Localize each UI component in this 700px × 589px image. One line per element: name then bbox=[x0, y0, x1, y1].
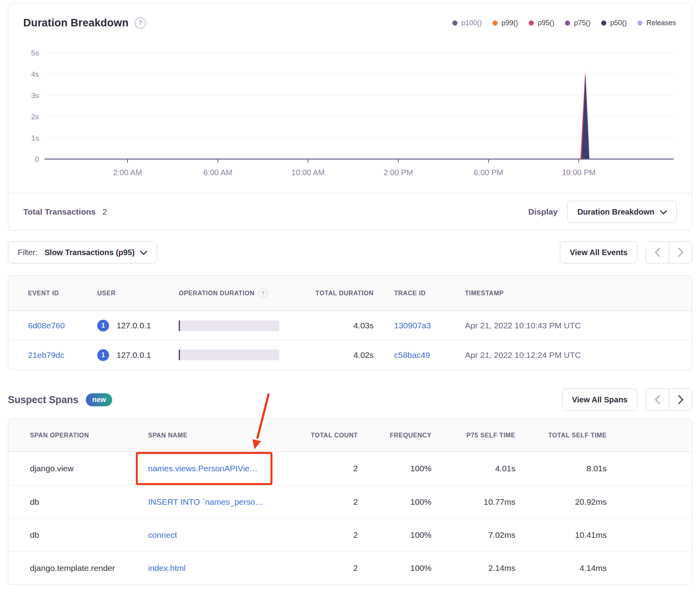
x-axis-tick-label: 2:00 AM bbox=[113, 168, 142, 177]
span-operation-cell: db bbox=[30, 497, 148, 507]
column-header-span-name: SPAN NAME bbox=[148, 432, 302, 439]
events-pager-next-button[interactable] bbox=[669, 242, 692, 263]
event-id-cell: 21eb79dc bbox=[28, 350, 97, 360]
span-row: dbconnect2100%7.02ms10.41ms bbox=[8, 518, 692, 551]
span-row: dbINSERT INTO `names_perso…2100%10.77ms2… bbox=[8, 485, 692, 518]
frequency-cell: 100% bbox=[358, 497, 431, 507]
total-self-time-cell: 20.92ms bbox=[515, 497, 607, 507]
event-id-cell: 6d08e760 bbox=[28, 321, 97, 330]
span-row: django.viewnames.views.PersonAPIVie…2100… bbox=[8, 452, 692, 485]
operation-duration-cell bbox=[179, 350, 303, 360]
events-pager-prev-button[interactable] bbox=[646, 242, 669, 263]
spans-table: SPAN OPERATIONSPAN NAMETOTAL COUNTFREQUE… bbox=[8, 419, 692, 585]
operation-duration-cell bbox=[179, 320, 303, 331]
user-cell: 1127.0.0.1 bbox=[97, 349, 179, 361]
span-row: django.template.renderindex.html2100%2.1… bbox=[8, 551, 692, 584]
legend-dot-icon bbox=[452, 20, 457, 26]
trace-id-link[interactable]: c58bac49 bbox=[394, 350, 430, 360]
total-self-time-cell: 8.01s bbox=[515, 464, 607, 473]
y-axis-tick-label: 2s bbox=[31, 113, 39, 121]
frequency-cell: 100% bbox=[358, 563, 431, 573]
total-transactions-label: Total Transactions bbox=[23, 207, 96, 217]
spans-pager-prev-button[interactable] bbox=[646, 389, 669, 410]
filter-dropdown[interactable]: Filter: Slow Transactions (p95) bbox=[8, 241, 157, 263]
event-id-link[interactable]: 6d08e760 bbox=[28, 321, 65, 330]
chevron-down-icon bbox=[660, 210, 667, 215]
spans-pager-next-button[interactable] bbox=[669, 389, 692, 410]
timestamp-cell: Apr 21, 2022 10:12:24 PM UTC bbox=[465, 350, 676, 360]
duration-breakdown-chart: 01s2s3s4s5s2:00 AM6:00 AM10:00 AM2:00 PM… bbox=[8, 30, 692, 180]
legend-dot-icon bbox=[529, 20, 534, 26]
total-count-cell: 2 bbox=[302, 497, 358, 507]
span-name-cell: INSERT INTO `names_perso… bbox=[148, 497, 302, 507]
span-name-link[interactable]: names.views.PersonAPIVie… bbox=[148, 464, 258, 473]
event-row: 6d08e7601127.0.0.14.03s130907a3Apr 21, 2… bbox=[8, 311, 692, 340]
legend-dot-icon bbox=[565, 20, 570, 26]
span-name-link[interactable]: index.html bbox=[148, 563, 186, 573]
display-select[interactable]: Duration Breakdown bbox=[567, 201, 677, 223]
chevron-left-icon bbox=[655, 395, 660, 404]
spans-table-header: SPAN OPERATIONSPAN NAMETOTAL COUNTFREQUE… bbox=[8, 419, 692, 452]
view-all-events-button[interactable]: View All Events bbox=[560, 241, 637, 263]
event-id-link[interactable]: 21eb79dc bbox=[28, 350, 64, 360]
column-header-frequency: FREQUENCY bbox=[358, 432, 431, 439]
span-name-cell: names.views.PersonAPIVie… bbox=[148, 464, 302, 473]
span-name-link[interactable]: INSERT INTO `names_perso… bbox=[148, 497, 263, 507]
column-header-user: USER bbox=[97, 290, 179, 297]
p75-self-time-cell: 4.01s bbox=[431, 464, 515, 473]
display-label: Display bbox=[528, 207, 558, 217]
filter-value: Slow Transactions (p95) bbox=[44, 248, 135, 257]
total-count-cell: 2 bbox=[302, 530, 358, 540]
span-name-cell: index.html bbox=[148, 563, 302, 573]
spans-table-body: django.viewnames.views.PersonAPIVie…2100… bbox=[8, 452, 692, 584]
spans-pager bbox=[646, 389, 692, 411]
events-pager bbox=[646, 241, 692, 263]
chevron-right-icon bbox=[678, 248, 683, 257]
total-duration-cell: 4.03s bbox=[303, 321, 374, 330]
p75-self-time-cell: 7.02ms bbox=[431, 530, 515, 540]
chart-help-icon[interactable]: ? bbox=[135, 17, 146, 29]
help-icon[interactable]: ? bbox=[258, 289, 268, 298]
x-axis-tick-label: 2:00 PM bbox=[383, 168, 413, 177]
x-axis-tick-label: 10:00 PM bbox=[562, 168, 596, 177]
legend-item-p75[interactable]: p75() bbox=[565, 19, 591, 27]
legend-item-p95[interactable]: p95() bbox=[529, 19, 554, 27]
x-axis-tick-label: 10:00 AM bbox=[291, 168, 325, 177]
events-toolbar: Filter: Slow Transactions (p95) View All… bbox=[8, 241, 692, 263]
chart-header: Duration Breakdown ? p100()p99()p95()p75… bbox=[8, 4, 692, 30]
view-all-spans-button[interactable]: View All Spans bbox=[562, 389, 637, 411]
x-axis-tick-label: 6:00 PM bbox=[474, 168, 503, 177]
span-name-link[interactable]: connect bbox=[148, 530, 177, 540]
display-select-value: Duration Breakdown bbox=[577, 207, 654, 217]
performance-page: Duration Breakdown ? p100()p99()p95()p75… bbox=[0, 0, 700, 589]
legend-item-p100[interactable]: p100() bbox=[452, 19, 482, 27]
legend-label: p95() bbox=[538, 19, 554, 27]
trace-id-link[interactable]: 130907a3 bbox=[394, 321, 431, 330]
user-count-badge: 1 bbox=[97, 320, 109, 332]
events-table-header: EVENT IDUSEROPERATION DURATION?TOTAL DUR… bbox=[8, 276, 692, 311]
user-cell: 1127.0.0.1 bbox=[97, 320, 179, 332]
user-ip: 127.0.0.1 bbox=[117, 350, 151, 360]
legend-item-Releases[interactable]: Releases bbox=[637, 19, 676, 27]
column-header-total-count: TOTAL COUNT bbox=[302, 432, 358, 439]
operation-duration-bar bbox=[179, 320, 279, 331]
trace-id-cell: c58bac49 bbox=[374, 350, 465, 360]
column-header-total-self-time: TOTAL SELF TIME bbox=[515, 432, 607, 439]
column-header-span-operation: SPAN OPERATION bbox=[30, 432, 148, 439]
legend-label: p99() bbox=[502, 19, 518, 27]
total-count-cell: 2 bbox=[302, 563, 358, 573]
y-axis-tick-label: 0 bbox=[35, 155, 39, 163]
span-name-cell: connect bbox=[148, 530, 302, 540]
legend-item-p50[interactable]: p50() bbox=[601, 19, 627, 27]
span-operation-cell: django.template.render bbox=[30, 563, 148, 573]
y-axis-tick-label: 3s bbox=[31, 91, 39, 100]
column-header-timestamp: TIMESTAMP bbox=[465, 290, 676, 297]
user-count-badge: 1 bbox=[97, 349, 109, 361]
events-table: EVENT IDUSEROPERATION DURATION?TOTAL DUR… bbox=[8, 275, 692, 370]
suspect-spans-title: Suspect Spans bbox=[8, 394, 78, 406]
filter-label: Filter: bbox=[18, 248, 37, 257]
chevron-down-icon bbox=[140, 251, 147, 255]
legend-item-p99[interactable]: p99() bbox=[493, 19, 518, 27]
column-header-total-duration: TOTAL DURATION bbox=[303, 290, 374, 297]
span-operation-cell: db bbox=[30, 530, 148, 540]
